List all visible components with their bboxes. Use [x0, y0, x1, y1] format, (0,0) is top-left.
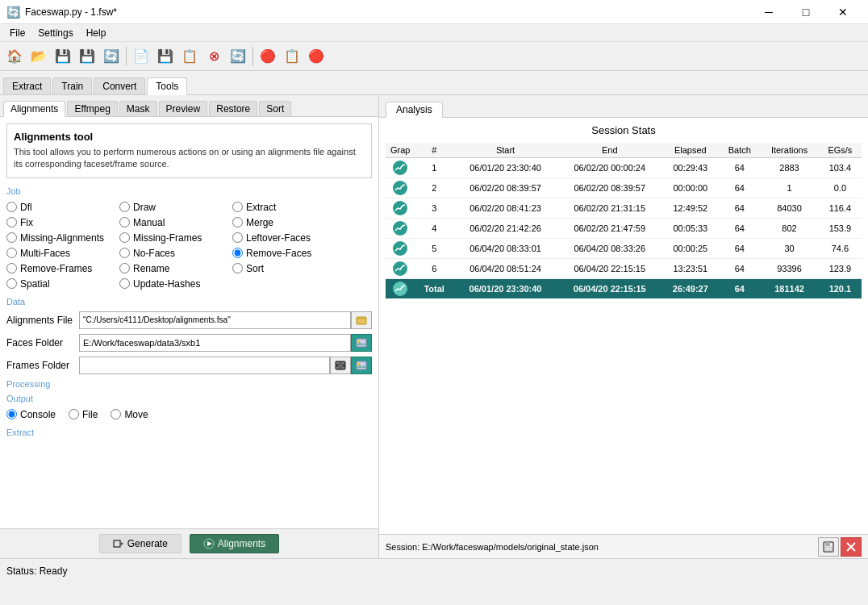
- tb-doc[interactable]: 📄: [130, 45, 152, 68]
- job-option-dfl[interactable]: Dfl: [6, 201, 119, 214]
- tb-save[interactable]: 💾: [52, 45, 74, 68]
- tab-extract[interactable]: Extract: [3, 77, 51, 94]
- tab-convert[interactable]: Convert: [94, 77, 145, 94]
- job-option-missing-frames[interactable]: Missing-Frames: [119, 232, 232, 244]
- subtab-alignments[interactable]: Alignments: [3, 101, 65, 117]
- job-option-remove-frames[interactable]: Remove-Frames: [6, 262, 119, 275]
- col-iterations: Iterations: [760, 143, 819, 158]
- job-option-rename[interactable]: Rename: [119, 262, 232, 275]
- radio-no-faces[interactable]: [119, 248, 130, 258]
- tb-refresh[interactable]: 🔄: [100, 45, 123, 68]
- graph-icon[interactable]: [393, 181, 407, 195]
- graph-icon[interactable]: [393, 221, 407, 236]
- tb-home[interactable]: 🏠: [3, 45, 26, 68]
- tb-refresh2[interactable]: 🔄: [227, 45, 249, 68]
- tb-save3[interactable]: 💾: [154, 45, 177, 68]
- output-console[interactable]: Console: [6, 408, 56, 421]
- session-close-btn[interactable]: [841, 537, 862, 557]
- job-option-no-faces[interactable]: No-Faces: [119, 247, 232, 260]
- graph-icon[interactable]: [393, 241, 407, 256]
- total-graph-icon[interactable]: [393, 282, 407, 296]
- maximize-button[interactable]: □: [787, 0, 824, 24]
- frames-folder-browse-img[interactable]: [351, 357, 372, 374]
- tb-cancel[interactable]: ⊗: [202, 45, 225, 68]
- job-option-spatial[interactable]: Spatial: [6, 277, 119, 290]
- radio-file[interactable]: [69, 409, 79, 419]
- tb-record[interactable]: 🔴: [257, 45, 279, 68]
- alignments-button[interactable]: Alignments: [190, 534, 279, 553]
- menu-settings[interactable]: Settings: [31, 26, 79, 40]
- radio-fix[interactable]: [6, 217, 17, 227]
- job-option-manual[interactable]: Manual: [119, 216, 232, 229]
- frames-folder-row: Frames Folder: [6, 357, 372, 374]
- chart-mini: [395, 224, 405, 232]
- job-option-missing-alignments[interactable]: Missing-Alignments: [6, 232, 119, 244]
- session-save-btn[interactable]: [818, 537, 839, 557]
- radio-merge[interactable]: [232, 217, 243, 227]
- radio-spatial[interactable]: [6, 278, 17, 289]
- radio-rename[interactable]: [119, 263, 130, 273]
- subtab-preview[interactable]: Preview: [159, 101, 208, 116]
- subtab-effmpeg[interactable]: Effmpeg: [67, 101, 117, 116]
- tb-save2[interactable]: 💾: [76, 45, 98, 68]
- graph-icon[interactable]: [393, 201, 407, 215]
- job-option-update-hashes[interactable]: Update-Hashes: [119, 277, 232, 290]
- job-option-remove-faces[interactable]: Remove-Faces: [232, 247, 372, 260]
- subtab-mask[interactable]: Mask: [119, 101, 157, 116]
- menu-help[interactable]: Help: [80, 26, 113, 40]
- generate-button[interactable]: Generate: [99, 534, 182, 553]
- radio-sort[interactable]: [232, 263, 243, 273]
- graph-icon[interactable]: [393, 161, 407, 175]
- radio-draw[interactable]: [119, 202, 130, 212]
- job-option-fix[interactable]: Fix: [6, 216, 119, 229]
- radio-multi-faces[interactable]: [6, 248, 17, 258]
- row-id: 5: [415, 239, 453, 259]
- alignments-file-browse[interactable]: [351, 311, 372, 329]
- row-iterations: 2883: [760, 158, 819, 178]
- frames-folder-browse-film[interactable]: [330, 357, 351, 374]
- job-option-draw[interactable]: Draw: [119, 201, 232, 214]
- close-button[interactable]: ✕: [824, 0, 862, 24]
- radio-manual[interactable]: [119, 217, 130, 227]
- radio-update-hashes[interactable]: [119, 278, 130, 289]
- radio-remove-faces[interactable]: [232, 248, 243, 258]
- job-option-extract[interactable]: Extract: [232, 201, 372, 214]
- job-option-merge[interactable]: Merge: [232, 216, 372, 229]
- tb-stop[interactable]: 🔴: [305, 45, 328, 68]
- output-move[interactable]: Move: [111, 408, 148, 421]
- play-icon: [203, 538, 215, 549]
- radio-leftover-faces[interactable]: [232, 232, 243, 243]
- radio-remove-frames[interactable]: [6, 263, 17, 273]
- output-label: Output: [6, 394, 372, 403]
- row-elapsed: 12:49:52: [661, 198, 719, 219]
- radio-console[interactable]: [6, 409, 17, 419]
- total-row: Total 06/01/20 23:30:40 06/04/20 22:15:1…: [386, 279, 862, 299]
- graph-icon[interactable]: [393, 261, 407, 276]
- radio-dfl[interactable]: [6, 202, 17, 212]
- tb-list[interactable]: 📋: [281, 45, 303, 68]
- radio-move[interactable]: [111, 409, 121, 419]
- job-grid: Dfl Draw Extract Fix Manual: [6, 201, 372, 290]
- radio-extract[interactable]: [232, 202, 243, 212]
- job-option-multi-faces[interactable]: Multi-Faces: [6, 247, 119, 260]
- job-option-leftover-faces[interactable]: Leftover-Faces: [232, 232, 372, 244]
- frames-folder-input[interactable]: [79, 357, 330, 374]
- alignments-file-input[interactable]: [79, 311, 351, 329]
- radio-missing-alignments[interactable]: [6, 232, 17, 243]
- radio-missing-frames[interactable]: [119, 232, 130, 243]
- tab-train[interactable]: Train: [52, 77, 92, 94]
- tb-clipboard[interactable]: 📋: [178, 45, 201, 68]
- film-icon: [335, 360, 346, 371]
- faces-folder-browse[interactable]: [351, 334, 372, 352]
- tab-analysis[interactable]: Analysis: [386, 102, 443, 118]
- subtab-sort[interactable]: Sort: [259, 101, 291, 116]
- scroll-area[interactable]: Alignments tool This tool allows you to …: [0, 117, 378, 528]
- tb-open[interactable]: 📂: [27, 45, 50, 68]
- minimize-button[interactable]: ─: [750, 0, 787, 24]
- menu-file[interactable]: File: [3, 26, 31, 40]
- tab-tools[interactable]: Tools: [147, 77, 187, 95]
- output-file[interactable]: File: [69, 408, 98, 421]
- job-option-sort[interactable]: Sort: [232, 262, 372, 275]
- subtab-restore[interactable]: Restore: [209, 101, 257, 116]
- faces-folder-input[interactable]: [79, 334, 351, 352]
